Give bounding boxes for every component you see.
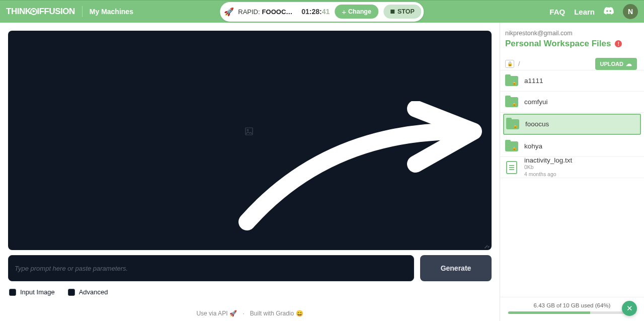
- discord-icon[interactable]: [604, 7, 614, 17]
- file-inactivity-log[interactable]: inactivity_log.txt 0Kb 4 months ago: [500, 157, 644, 178]
- annotation-arrow-icon: [237, 101, 489, 232]
- file-list: 🔒 a1111 🔒 comfyui 🔒 fooocus 🔒 kohya inac…: [500, 70, 644, 297]
- folder-name: comfyui: [524, 98, 548, 106]
- status-app-name: FOOOC…: [262, 8, 293, 16]
- storage-usage-text: 6.43 GB of 10 GB used (64%): [508, 302, 636, 308]
- close-fab-button[interactable]: ✕: [622, 301, 637, 316]
- storage-footer: 6.43 GB of 10 GB used (64%) ✕: [500, 297, 644, 321]
- file-size: 0Kb: [524, 164, 572, 171]
- workspace-title: Personal Workspace Files !: [505, 39, 636, 49]
- learn-link[interactable]: Learn: [574, 8, 595, 16]
- checkbox-icon: [9, 289, 16, 296]
- folder-comfyui[interactable]: 🔒 comfyui: [500, 92, 644, 113]
- storage-bar: [508, 311, 636, 314]
- info-badge-icon[interactable]: !: [615, 40, 622, 47]
- image-canvas[interactable]: [8, 31, 492, 250]
- user-avatar[interactable]: N: [623, 4, 638, 19]
- folder-icon: 🔒: [505, 97, 518, 107]
- folder-icon: 🔒: [505, 141, 518, 151]
- input-image-checkbox[interactable]: Input Image: [9, 288, 55, 296]
- my-machines-link[interactable]: My Machines: [90, 8, 133, 16]
- folder-kohya[interactable]: 🔒 kohya: [500, 136, 644, 157]
- text-file-icon: [506, 161, 517, 174]
- faq-link[interactable]: FAQ: [549, 8, 565, 16]
- breadcrumb-path[interactable]: /: [518, 60, 520, 67]
- advanced-label: Advanced: [79, 288, 108, 296]
- app-header: THINKIFFUSION My Machines 🚀 RAPID: FOOOC…: [0, 0, 644, 23]
- session-timer: 01:28:41: [301, 8, 330, 16]
- folder-name: fooocus: [525, 120, 549, 128]
- stop-button[interactable]: STOP: [383, 5, 422, 19]
- folder-a1111[interactable]: 🔒 a1111: [500, 70, 644, 92]
- folder-icon: 🔒: [505, 76, 518, 86]
- folder-icon: 🔒: [506, 119, 519, 129]
- generate-button[interactable]: Generate: [420, 255, 492, 281]
- advanced-checkbox[interactable]: Advanced: [68, 288, 108, 296]
- api-link[interactable]: Use via API 🚀: [196, 310, 236, 317]
- input-image-label: Input Image: [20, 288, 55, 296]
- lock-icon: 🔒: [505, 60, 514, 68]
- svg-rect-0: [246, 128, 253, 135]
- folder-name: a1111: [524, 77, 543, 85]
- file-age: 4 months ago: [524, 171, 572, 178]
- file-name: inactivity_log.txt: [524, 156, 572, 164]
- storage-bar-fill: [508, 311, 590, 314]
- change-button[interactable]: +Change: [335, 5, 378, 19]
- folder-fooocus[interactable]: 🔒 fooocus: [503, 114, 641, 135]
- checkbox-icon: [68, 289, 75, 296]
- cloud-upload-icon: ☁: [626, 60, 632, 67]
- folder-name: kohya: [524, 142, 542, 150]
- brand-logo[interactable]: THINKIFFUSION: [6, 7, 75, 17]
- canvas-footer: Use via API 🚀 · Built with Gradio 😄: [8, 310, 492, 317]
- canvas-resize-handle[interactable]: [485, 243, 490, 248]
- svg-point-1: [247, 129, 249, 131]
- files-sidebar: nikprestonk@gmail.com Personal Workspace…: [500, 23, 644, 321]
- logo-play-icon: [30, 8, 37, 15]
- upload-button[interactable]: UPLOAD☁: [595, 58, 637, 70]
- plus-icon: +: [342, 8, 346, 16]
- gradio-link[interactable]: Built with Gradio 😄: [250, 310, 303, 317]
- user-email: nikprestonk@gmail.com: [505, 30, 636, 37]
- prompt-input[interactable]: [8, 255, 414, 281]
- machine-status-pill: 🚀 RAPID: FOOOC… 01:28:41 +Change STOP: [220, 2, 424, 22]
- main-workspace: Generate Input Image Advanced Use via AP…: [0, 23, 500, 321]
- header-divider: [82, 6, 83, 17]
- rocket-icon: 🚀: [224, 7, 234, 17]
- image-placeholder-icon: [245, 127, 253, 137]
- stop-square-icon: [390, 10, 394, 14]
- status-rapid-label: RAPID:: [238, 8, 260, 16]
